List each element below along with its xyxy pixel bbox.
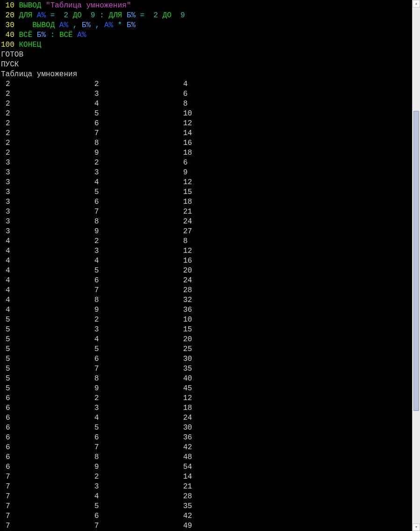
output-row: 236 bbox=[1, 89, 412, 99]
col-a: 3 bbox=[1, 217, 90, 227]
col-product: 54 bbox=[178, 462, 192, 472]
output-row: 2612 bbox=[1, 119, 412, 129]
col-b: 3 bbox=[90, 246, 178, 256]
col-product: 32 bbox=[178, 295, 192, 305]
col-a: 6 bbox=[1, 452, 90, 462]
col-product: 35 bbox=[178, 502, 192, 511]
output-row: 6530 bbox=[1, 423, 412, 433]
col-b: 3 bbox=[90, 482, 178, 492]
col-product: 36 bbox=[178, 305, 192, 315]
col-a: 5 bbox=[1, 374, 90, 384]
col-b: 8 bbox=[90, 452, 178, 462]
col-b: 7 bbox=[90, 364, 178, 374]
col-product: 30 bbox=[178, 354, 192, 364]
line-number: 30 bbox=[1, 21, 14, 29]
output-row: 3412 bbox=[1, 178, 412, 187]
output-row: 6424 bbox=[1, 413, 412, 423]
output-row: 5630 bbox=[1, 354, 412, 364]
col-b: 3 bbox=[90, 89, 178, 99]
col-b: 5 bbox=[90, 266, 178, 276]
col-b: 2 bbox=[90, 315, 178, 325]
col-b: 2 bbox=[90, 79, 178, 89]
col-product: 36 bbox=[178, 433, 192, 443]
col-a: 6 bbox=[1, 433, 90, 443]
col-b: 9 bbox=[90, 384, 178, 394]
col-product: 40 bbox=[178, 374, 192, 384]
col-b: 6 bbox=[90, 119, 178, 129]
output-row: 248 bbox=[1, 99, 412, 109]
col-b: 4 bbox=[90, 256, 178, 266]
col-a: 7 bbox=[1, 482, 90, 492]
col-a: 4 bbox=[1, 266, 90, 276]
output-row: 4728 bbox=[1, 286, 412, 295]
col-b: 6 bbox=[90, 276, 178, 286]
col-product: 20 bbox=[178, 335, 192, 344]
terminal-window: 10 ВЫВОД "Таблица умножения" 20 ДЛЯ А% =… bbox=[0, 0, 420, 531]
output-row: 7535 bbox=[1, 502, 412, 511]
output-row: 3824 bbox=[1, 217, 412, 227]
output-row: 2714 bbox=[1, 129, 412, 138]
col-a: 3 bbox=[1, 168, 90, 178]
terminal-output: 10 ВЫВОД "Таблица умножения" 20 ДЛЯ А% =… bbox=[0, 0, 412, 531]
col-a: 7 bbox=[1, 492, 90, 502]
col-product: 10 bbox=[178, 109, 192, 119]
col-a: 3 bbox=[1, 207, 90, 217]
col-product: 30 bbox=[178, 423, 192, 433]
col-b: 8 bbox=[90, 138, 178, 148]
col-a: 3 bbox=[1, 178, 90, 187]
output-row: 4312 bbox=[1, 246, 412, 256]
col-a: 4 bbox=[1, 295, 90, 305]
scroll-down-button[interactable]: ▾ bbox=[413, 524, 420, 531]
output-row: 4520 bbox=[1, 266, 412, 276]
output-row: 6636 bbox=[1, 433, 412, 443]
col-a: 2 bbox=[1, 109, 90, 119]
line-number: 40 bbox=[1, 31, 14, 39]
col-a: 4 bbox=[1, 286, 90, 295]
col-b: 7 bbox=[90, 207, 178, 217]
output-row: 7642 bbox=[1, 511, 412, 521]
scrollbar-track[interactable] bbox=[413, 7, 420, 524]
col-b: 6 bbox=[90, 433, 178, 443]
col-product: 18 bbox=[178, 403, 192, 413]
col-b: 3 bbox=[90, 325, 178, 335]
col-a: 5 bbox=[1, 384, 90, 394]
col-b: 6 bbox=[90, 197, 178, 207]
col-b: 8 bbox=[90, 374, 178, 384]
output-row: 5420 bbox=[1, 335, 412, 344]
col-b: 2 bbox=[90, 394, 178, 403]
code-line: 40 ВСЁ Б% : ВСЁ А% bbox=[1, 30, 412, 40]
output-row: 6742 bbox=[1, 443, 412, 452]
output-row: 326 bbox=[1, 158, 412, 168]
col-a: 3 bbox=[1, 197, 90, 207]
col-b: 8 bbox=[90, 295, 178, 305]
output-row: 428 bbox=[1, 237, 412, 246]
output-row: 6848 bbox=[1, 452, 412, 462]
col-a: 6 bbox=[1, 413, 90, 423]
code-line: 20 ДЛЯ А% = 2 ДО 9 : ДЛЯ Б% = 2 ДО 9 bbox=[1, 11, 412, 21]
col-b: 3 bbox=[90, 168, 178, 178]
col-b: 9 bbox=[90, 148, 178, 158]
col-product: 45 bbox=[178, 384, 192, 394]
col-product: 6 bbox=[178, 158, 188, 168]
col-product: 42 bbox=[178, 443, 192, 452]
vertical-scrollbar[interactable]: ▴ ▾ bbox=[412, 0, 420, 531]
scrollbar-thumb[interactable] bbox=[413, 111, 419, 411]
output-row: 6318 bbox=[1, 403, 412, 413]
col-b: 8 bbox=[90, 217, 178, 227]
col-product: 8 bbox=[178, 237, 188, 246]
col-a: 7 bbox=[1, 511, 90, 521]
col-a: 2 bbox=[1, 89, 90, 99]
col-b: 7 bbox=[90, 286, 178, 295]
col-a: 2 bbox=[1, 138, 90, 148]
col-b: 7 bbox=[90, 521, 178, 531]
output-row: 7321 bbox=[1, 482, 412, 492]
scroll-up-button[interactable]: ▴ bbox=[413, 0, 420, 7]
col-b: 5 bbox=[90, 187, 178, 197]
output-row: 5525 bbox=[1, 344, 412, 354]
col-a: 6 bbox=[1, 423, 90, 433]
col-b: 5 bbox=[90, 344, 178, 354]
code-line: 30 ВЫВОД А% , Б% , А% * Б% bbox=[1, 21, 412, 30]
output-row: 5315 bbox=[1, 325, 412, 335]
col-b: 6 bbox=[90, 354, 178, 364]
col-product: 28 bbox=[178, 492, 192, 502]
